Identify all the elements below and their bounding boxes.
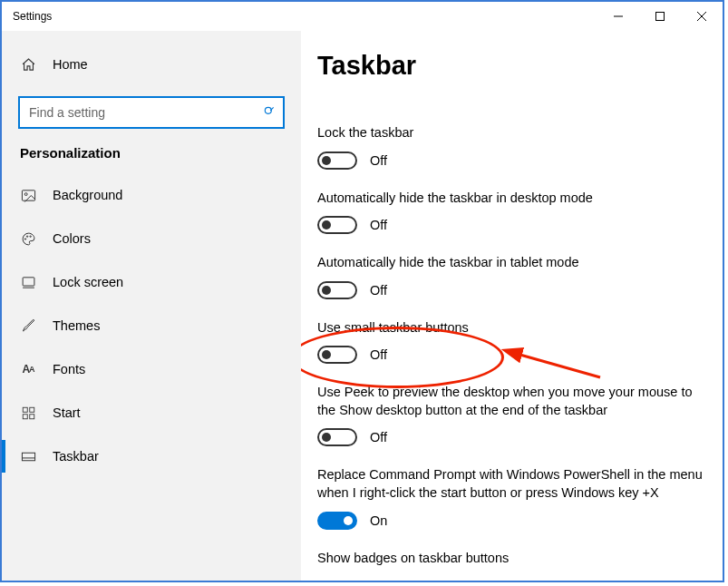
picture-icon xyxy=(20,187,36,203)
setting-label: Show badges on taskbar buttons xyxy=(317,550,706,568)
sidebar-item-themes[interactable]: Themes xyxy=(2,304,301,347)
svg-rect-11 xyxy=(23,277,34,285)
lock-screen-icon xyxy=(20,274,36,290)
setting-powershell: Replace Command Prompt with Windows Powe… xyxy=(317,466,706,529)
home-icon xyxy=(20,56,36,73)
setting-label: Use small taskbar buttons xyxy=(317,319,706,337)
svg-rect-1 xyxy=(656,13,665,21)
sidebar-item-label: Colors xyxy=(53,231,91,246)
toggle-auto-hide-desktop[interactable] xyxy=(317,216,357,234)
svg-rect-16 xyxy=(29,414,34,418)
sidebar-item-label: Lock screen xyxy=(53,275,123,289)
setting-label: Use Peek to preview the desktop when you… xyxy=(317,384,706,419)
setting-auto-hide-tablet: Automatically hide the taskbar in tablet… xyxy=(317,254,706,299)
sidebar: Home Personalization Background xyxy=(2,31,301,581)
start-icon xyxy=(20,405,36,421)
toggle-state: On xyxy=(370,513,387,528)
svg-point-8 xyxy=(24,238,25,239)
toggle-state: Off xyxy=(370,218,387,232)
sidebar-item-label: Taskbar xyxy=(53,449,99,464)
setting-auto-hide-desktop: Automatically hide the taskbar in deskto… xyxy=(317,190,706,235)
sidebar-item-background[interactable]: Background xyxy=(2,173,301,217)
toggle-lock-taskbar[interactable] xyxy=(317,151,357,170)
svg-point-9 xyxy=(26,235,27,236)
sidebar-item-lock-screen[interactable]: Lock screen xyxy=(2,260,301,304)
window-title: Settings xyxy=(2,10,52,23)
svg-point-10 xyxy=(29,235,30,236)
search-input[interactable] xyxy=(20,98,283,127)
search-icon xyxy=(263,105,276,121)
setting-label: Automatically hide the taskbar in tablet… xyxy=(317,254,706,272)
sidebar-item-fonts[interactable]: AA Fonts xyxy=(2,347,301,391)
setting-small-buttons: Use small taskbar buttons Off xyxy=(317,319,706,365)
sidebar-item-start[interactable]: Start xyxy=(2,391,301,435)
search-box[interactable] xyxy=(18,96,285,129)
svg-rect-15 xyxy=(23,414,27,418)
taskbar-icon xyxy=(20,448,36,464)
toggle-state: Off xyxy=(370,347,387,362)
toggle-state: Off xyxy=(370,283,387,298)
setting-lock-taskbar: Lock the taskbar Off xyxy=(317,124,706,170)
setting-label: Replace Command Prompt with Windows Powe… xyxy=(317,466,706,502)
toggle-state: Off xyxy=(370,430,387,444)
toggle-powershell[interactable] xyxy=(317,512,357,530)
sidebar-item-label: Start xyxy=(53,405,81,420)
svg-rect-6 xyxy=(22,190,34,200)
nav-home[interactable]: Home xyxy=(2,44,301,85)
brush-icon xyxy=(20,317,36,334)
svg-rect-13 xyxy=(23,407,27,412)
sidebar-item-label: Fonts xyxy=(53,362,85,376)
toggle-state: Off xyxy=(370,153,387,168)
title-bar: Settings xyxy=(2,2,723,31)
sidebar-item-taskbar[interactable]: Taskbar xyxy=(2,435,301,478)
setting-label: Automatically hide the taskbar in deskto… xyxy=(317,190,706,208)
maximize-icon xyxy=(655,12,665,21)
minimize-button[interactable] xyxy=(597,2,639,31)
sidebar-item-label: Themes xyxy=(53,318,100,333)
window-controls xyxy=(597,2,723,31)
close-button[interactable] xyxy=(681,2,723,31)
toggle-small-buttons[interactable] xyxy=(317,346,357,364)
setting-badges: Show badges on taskbar buttons xyxy=(317,550,706,568)
svg-rect-17 xyxy=(22,453,34,461)
svg-rect-14 xyxy=(29,407,34,412)
maximize-button[interactable] xyxy=(639,2,681,31)
toggle-peek[interactable] xyxy=(317,428,357,446)
toggle-auto-hide-tablet[interactable] xyxy=(317,281,357,299)
minimize-icon xyxy=(614,12,623,21)
setting-label: Lock the taskbar xyxy=(317,124,706,142)
content-pane: Taskbar Lock the taskbar Off Automatical… xyxy=(301,31,723,581)
nav-home-label: Home xyxy=(53,57,88,72)
fonts-icon: AA xyxy=(20,361,36,377)
setting-peek: Use Peek to preview the desktop when you… xyxy=(317,384,706,446)
settings-window: Settings Home xyxy=(0,0,724,582)
sidebar-item-colors[interactable]: Colors xyxy=(2,217,301,260)
palette-icon xyxy=(20,230,36,247)
page-title: Taskbar xyxy=(317,51,706,81)
svg-point-7 xyxy=(24,192,27,195)
close-icon xyxy=(697,12,706,21)
section-header: Personalization xyxy=(2,129,301,168)
sidebar-item-label: Background xyxy=(53,188,122,202)
